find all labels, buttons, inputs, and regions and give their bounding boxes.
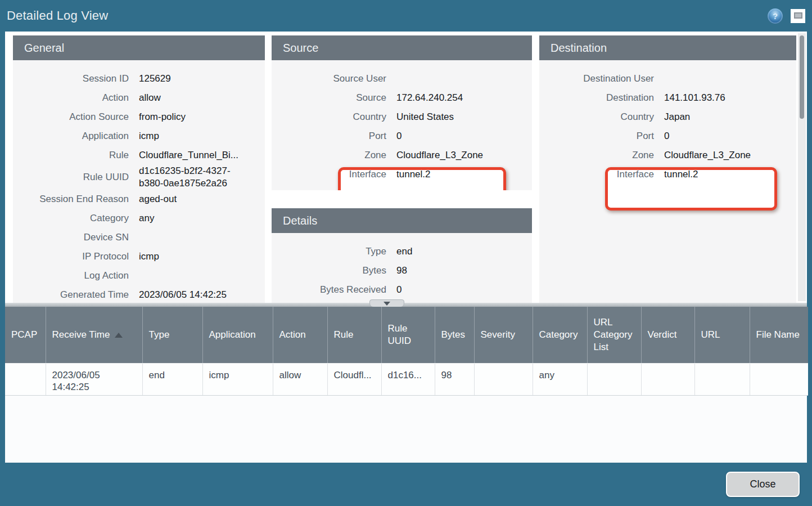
dialog-footer: Close: [0, 463, 812, 506]
field-row: Session ID125629: [13, 69, 265, 88]
field-label: Source: [272, 92, 386, 104]
destination-panel: Destination Destination User Destination…: [539, 35, 796, 303]
field-label: Zone: [539, 150, 654, 161]
field-row: ZoneCloudflare_L3_Zone: [539, 146, 796, 165]
column-header-url[interactable]: URL: [694, 307, 750, 363]
source-panel-title: Source: [272, 35, 532, 60]
field-label: Source User: [272, 73, 386, 84]
field-row: Destination141.101.93.76: [539, 88, 796, 108]
field-row: Port0: [539, 127, 796, 146]
field-value: 0: [396, 284, 402, 295]
field-value: end: [396, 246, 412, 257]
field-label: Country: [539, 111, 654, 123]
field-label: Action: [13, 92, 129, 104]
field-value: Japan: [664, 111, 690, 123]
field-value: Cloudflare_L3_Zone: [396, 150, 483, 161]
field-label: Rule UUID: [13, 172, 129, 183]
field-label: Log Action: [13, 270, 129, 281]
column-header-receive-time[interactable]: Receive Time: [46, 307, 142, 363]
question-mark-glyph: ?: [773, 11, 778, 21]
pane-splitter[interactable]: [5, 303, 807, 307]
details-panel-body: Typeend Bytes98 Bytes Received0: [272, 233, 532, 303]
scrollbar-thumb[interactable]: [800, 35, 804, 119]
sort-asc-icon: [115, 333, 123, 338]
field-row: ZoneCloudflare_L3_Zone: [272, 146, 532, 165]
window-icon-glyph: [794, 12, 802, 19]
close-button[interactable]: Close: [726, 472, 800, 497]
cell-bytes: 98: [435, 363, 474, 395]
field-row: Session End Reasonaged-out: [13, 190, 265, 209]
cell-url: [694, 363, 750, 395]
field-value: 172.64.240.254: [396, 92, 463, 104]
pane-splitter-handle[interactable]: [369, 299, 404, 307]
vertical-scrollbar[interactable]: [798, 33, 806, 301]
field-label: Country: [272, 111, 386, 123]
details-panel: Details Typeend Bytes98 Bytes Received0: [272, 208, 532, 303]
column-header-rule[interactable]: Rule: [327, 307, 381, 363]
column-header-verdict[interactable]: Verdict: [641, 307, 694, 363]
dialog-title: Detailed Log View: [7, 8, 108, 23]
column-header-bytes[interactable]: Bytes: [435, 307, 474, 363]
destination-panel-title: Destination: [539, 35, 796, 60]
field-row: IP Protocolicmp: [13, 247, 265, 266]
cell-rule: Cloudfl...: [327, 363, 381, 395]
field-row: Categoryany: [13, 209, 265, 228]
cell-url-category-list: [587, 363, 641, 395]
field-row: Log Action: [13, 266, 265, 285]
field-label: Interface: [539, 169, 654, 180]
field-row: Device SN: [13, 228, 265, 247]
cell-rule-uuid: d1c16...: [381, 363, 435, 395]
field-label: Zone: [272, 150, 386, 161]
field-value: Cloudflare_Tunnel_Bi...: [139, 150, 238, 161]
field-value: 141.101.93.76: [664, 92, 725, 104]
field-row: Source172.64.240.254: [272, 88, 532, 108]
table-header-row: PCAP Receive Time Type Application Actio…: [5, 307, 808, 363]
cell-action: allow: [273, 363, 327, 395]
log-table-region: PCAP Receive Time Type Application Actio…: [5, 307, 807, 463]
field-label: Session End Reason: [13, 194, 129, 205]
window-icon[interactable]: [791, 9, 805, 23]
cell-severity: [474, 363, 533, 395]
field-value: United States: [396, 111, 454, 123]
field-label: Destination User: [539, 73, 654, 84]
field-row: Generated Time2023/06/05 14:42:25: [13, 285, 265, 303]
field-label: Port: [272, 131, 386, 142]
field-label: Generated Time: [13, 289, 129, 301]
help-icon[interactable]: ?: [768, 8, 783, 24]
cell-application: icmp: [202, 363, 273, 395]
column-header-type[interactable]: Type: [142, 307, 202, 363]
field-row: Source User: [272, 69, 532, 88]
field-label: Category: [13, 213, 129, 224]
column-header-file-name[interactable]: File Name: [750, 307, 808, 363]
field-row: Applicationicmp: [13, 127, 265, 146]
field-value: 0: [396, 131, 402, 142]
general-panel-title: General: [13, 35, 265, 60]
table-row[interactable]: 2023/06/05 14:42:25 end icmp allow Cloud…: [5, 363, 808, 395]
field-value: icmp: [139, 251, 159, 262]
field-value: 2023/06/05 14:42:25: [139, 289, 227, 301]
column-header-rule-uuid[interactable]: Rule UUID: [381, 307, 435, 363]
field-row: CountryJapan: [539, 108, 796, 127]
destination-panel-body: Destination User Destination141.101.93.7…: [539, 60, 796, 303]
general-panel: General Session ID125629 Actionallow Act…: [13, 35, 265, 303]
field-row: Port0: [272, 127, 532, 146]
field-label: Port: [539, 131, 654, 142]
field-row: Actionallow: [13, 88, 265, 108]
field-value: 0: [664, 131, 669, 142]
field-row: Rule UUIDd1c16235-b2f2-4327-b380-0ae1875…: [13, 165, 265, 190]
column-header-category[interactable]: Category: [533, 307, 587, 363]
column-header-url-category-list[interactable]: URL Category List: [587, 307, 641, 363]
column-header-application[interactable]: Application: [202, 307, 273, 363]
column-header-severity[interactable]: Severity: [474, 307, 533, 363]
dialog-titlebar: Detailed Log View ?: [0, 0, 812, 32]
log-table: PCAP Receive Time Type Application Actio…: [5, 307, 808, 396]
column-header-action[interactable]: Action: [273, 307, 327, 363]
field-value: d1c16235-b2f2-4327-b380-0ae1875e2a26: [139, 165, 231, 190]
column-header-pcap[interactable]: PCAP: [5, 307, 46, 363]
field-value: from-policy: [139, 111, 186, 123]
field-row: Action Sourcefrom-policy: [13, 108, 265, 127]
cell-file-name: [750, 363, 808, 395]
source-panel: Source Source User Source172.64.240.254 …: [272, 35, 532, 190]
field-value: Cloudflare_L3_Zone: [664, 150, 751, 161]
field-label: Action Source: [13, 111, 129, 123]
